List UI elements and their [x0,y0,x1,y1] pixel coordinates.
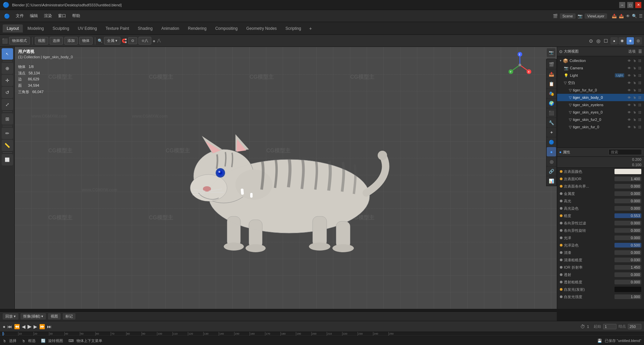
play-btn[interactable]: ▶ [28,323,32,330]
prop-dot-metallic[interactable] [560,192,562,195]
physics-icon[interactable]: 🔵 [547,137,556,147]
input-sheen[interactable] [614,235,641,240]
input-roughness[interactable] [614,213,641,218]
empty-vis2[interactable]: 🖱 [633,81,636,85]
collection-vis3[interactable]: ☷ [638,59,641,63]
collection-vis2[interactable]: 🖱 [633,59,636,63]
menu-file[interactable]: 文件 [13,12,26,20]
input-transmission-roughness[interactable] [614,280,641,284]
output-props-icon[interactable]: 📤 [547,69,556,79]
outliner-item-tiger-fur-fur[interactable]: ▽ tiger_fur_fur_0 👁 🖱 ☷ [557,86,644,94]
prev-frame-btn[interactable]: ⏪ [14,324,20,329]
snap-btn[interactable]: ⊙ [128,37,137,44]
outliner-item-camera[interactable]: 📷 Camera 👁 🖱 ☷ [557,64,644,72]
tab-rendering[interactable]: Rendering [184,24,210,32]
teyes-vis1[interactable]: 👁 [628,111,631,114]
orientation-gizmo[interactable]: Z X Y [506,52,533,78]
gizmo-toggle[interactable]: ⊙ [588,37,594,45]
view-menu-timeline[interactable]: 视图 [48,313,61,320]
input-specular[interactable] [614,199,641,203]
tskin-vis1[interactable]: 👁 [628,96,631,99]
modifier-icon[interactable]: 🔧 [547,118,556,127]
input-transmission[interactable] [614,272,641,277]
menu-help[interactable]: 帮助 [69,12,83,20]
tab-texture-paint[interactable]: Texture Paint [102,24,133,32]
tab-geometry-nodes[interactable]: Geometry Nodes [242,24,281,32]
prop-dot-transmission[interactable] [560,273,562,276]
teyes-vis3[interactable]: ☷ [638,111,641,114]
marker-btn[interactable]: 标记 [63,313,75,320]
camera-vis1[interactable]: 👁 [628,66,631,70]
menu-blender[interactable]: 🔵 [1,12,12,20]
view-layer-icon[interactable]: 📋 [547,79,556,88]
prop-dot-emission-strength[interactable] [560,295,562,298]
world-props-icon[interactable]: 🌍 [547,98,556,108]
tfur-vis2[interactable]: 🖱 [633,88,636,92]
tfur2-vis1[interactable]: 👁 [628,118,631,122]
scale-tool[interactable]: ⤢ [2,99,13,110]
collection-vis1[interactable]: 👁 [628,59,631,63]
add-cube-tool[interactable]: ⬜ [2,154,13,165]
prop-dot-clearcoat-roughness[interactable] [560,259,562,261]
teye-vis3[interactable]: ☷ [638,103,641,107]
object-data2-icon[interactable]: 📊 [547,176,556,186]
tab-layout[interactable]: Layout [3,24,23,32]
add-workspace-button[interactable]: + [306,24,315,33]
props-search[interactable] [608,149,642,155]
tab-animation[interactable]: Animation [157,24,183,32]
annotate-tool[interactable]: ✏ [2,128,13,139]
transform-tool[interactable]: ⊞ [2,113,13,125]
insert-keyframe-btn[interactable]: 抠像(插帧) ▾ [20,313,46,320]
prop-dot-emission[interactable] [560,288,562,291]
input-specular-tint[interactable] [614,206,641,211]
color-swatch-emission[interactable] [614,287,641,292]
3d-viewport[interactable]: CG模型主 CG模型主 CG模型主 CG模型主 www.CGMXW.com ww… [15,47,557,309]
tab-sculpting[interactable]: Sculpting [49,24,73,32]
prev-keyframe-btn[interactable]: ◀ [22,324,25,329]
tskin-vis2[interactable]: 🖱 [633,96,636,99]
overlay-toggle[interactable]: ◎ [595,37,601,45]
prop-dot-specular-tint[interactable] [560,207,562,210]
particles-icon[interactable]: ✦ [547,128,556,137]
eevee-mode-btn[interactable]: ◎ [635,37,642,45]
prop-dot-transmission-roughness[interactable] [560,281,562,283]
input-sheen-tint[interactable] [614,243,641,248]
input-clearcoat-roughness[interactable] [614,258,641,262]
scene-props-icon[interactable]: 🎭 [547,89,556,98]
prop-dot-aniso-filter[interactable] [560,222,562,224]
outliner-item-collection[interactable]: ▾ 📦 Collection 👁 🖱 ☷ [557,57,644,64]
prop-dot-subsurface-aniso[interactable] [560,185,562,188]
prop-dot-roughness[interactable] [560,214,562,217]
object-props-icon[interactable]: ⬛ [547,108,556,118]
prop-dot-specular[interactable] [560,200,562,202]
cursor-tool[interactable]: ⊕ [2,63,13,74]
proportional-edit[interactable]: ⊙八 [139,37,151,45]
light-vis3[interactable]: ☷ [638,74,641,77]
camera-view-icon[interactable]: 📷 [547,48,555,57]
outliner-item-tiger-skin-fur[interactable]: ▽ tiger_skin_fur_0 👁 🖱 ☷ [557,123,644,131]
outliner-item-tiger-skin-eyelens[interactable]: ▽ tiger_skin_eyelens 👁 🖱 ☷ [557,101,644,109]
object-data-icon[interactable]: ◎ [547,157,556,166]
input-clearcoat[interactable] [614,250,641,255]
rotate-tool[interactable]: ↺ [2,87,13,98]
prop-dot-ior[interactable] [560,266,562,269]
outliner-item-tiger-skin-body[interactable]: ▽ tiger_skin_body_0 👁 🖱 ☷ [557,94,644,101]
timeline-ruler[interactable]: 1 10 20 30 40 50 60 70 80 90 100 110 120… [0,332,644,336]
select-menu[interactable]: 选择 [50,37,63,45]
light-vis2[interactable]: 🖱 [633,74,636,77]
outliner-filter-icon[interactable]: ☰ [638,49,642,54]
empty-vis1[interactable]: 👁 [628,81,631,85]
input-aniso-filter[interactable] [614,221,641,225]
prop-dot-aniso-rotation[interactable] [560,229,562,232]
viewlayer-selector[interactable]: ViewLayer [585,13,607,19]
maximize-button[interactable]: □ [627,2,633,8]
select-all-btn[interactable]: 全属 ▾ [104,37,120,45]
teyes-vis2[interactable]: 🖱 [633,111,636,114]
tskin-vis3[interactable]: ☷ [638,96,641,99]
move-tool[interactable]: ✛ [2,75,13,86]
teye-vis1[interactable]: 👁 [628,103,631,107]
prop-dot-sheen-tint[interactable] [560,244,562,247]
start-frame-input[interactable] [603,324,616,329]
measure-tool[interactable]: 📏 [2,140,13,151]
tab-scripting[interactable]: Scripting [281,24,305,32]
